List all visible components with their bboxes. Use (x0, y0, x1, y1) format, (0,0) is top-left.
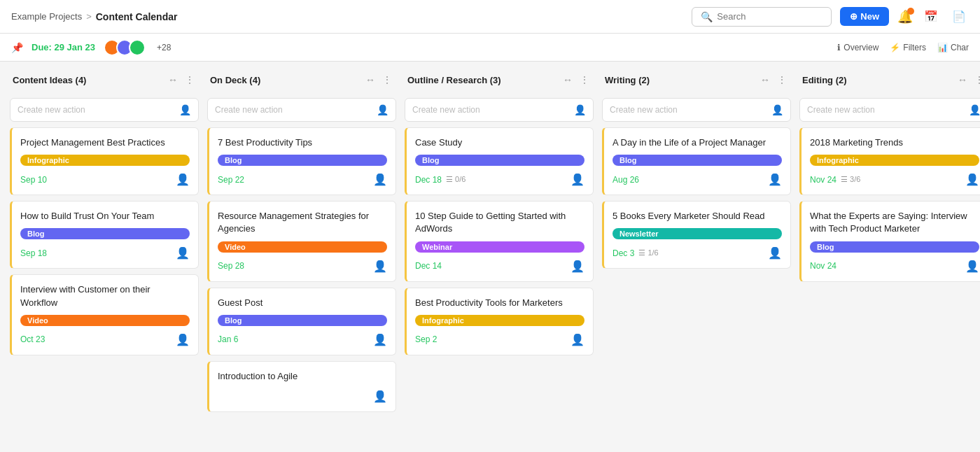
card-footer: Oct 23👤 (20, 333, 190, 346)
search-input[interactable] (717, 11, 815, 22)
card-title: A Day in the Life of a Project Manager (612, 136, 782, 149)
card-footer: Dec 3☰ 1/6👤 (612, 246, 782, 260)
card-assignee-icon[interactable]: 👤 (373, 333, 387, 346)
notification-badge (907, 8, 914, 15)
new-button[interactable]: ⊕ New (840, 7, 889, 26)
card-date: Aug 26 (612, 175, 639, 185)
card[interactable]: A Day in the Life of a Project ManagerBl… (602, 127, 791, 195)
card-assignee-icon[interactable]: 👤 (373, 390, 387, 403)
assign-icon: 👤 (377, 104, 388, 115)
breadcrumb-sep: > (86, 11, 92, 22)
more-icon[interactable]: ⋮ (578, 73, 591, 87)
card-tag[interactable]: Blog (810, 241, 979, 253)
card-assignee-icon[interactable]: 👤 (570, 333, 584, 346)
document-button[interactable]: 📄 (949, 7, 969, 26)
card-meta: Aug 26 (612, 175, 639, 185)
card-assignee-icon[interactable]: 👤 (965, 173, 979, 186)
resize-icon[interactable]: ↔ (364, 73, 377, 87)
resize-icon[interactable]: ↔ (956, 73, 969, 87)
notification-button[interactable]: 🔔 (897, 9, 913, 24)
assign-icon: 👤 (969, 104, 980, 115)
card-tag[interactable]: Blog (218, 155, 387, 166)
card-date: Sep 2 (415, 334, 437, 344)
card[interactable]: 10 Step Guide to Getting Started with Ad… (405, 201, 594, 281)
overview-button[interactable]: ℹ Overview (837, 43, 878, 52)
breadcrumb-parent[interactable]: Example Projects (11, 11, 82, 22)
card-tag[interactable]: Newsletter (612, 228, 782, 239)
create-action-label: Create new action (610, 105, 678, 115)
card[interactable]: Resource Management Strategies for Agenc… (207, 201, 396, 281)
create-action-input[interactable]: Create new action 👤 (799, 98, 980, 122)
card-tag[interactable]: Blog (218, 315, 387, 326)
card-meta: Sep 2 (415, 334, 437, 344)
card-assignee-icon[interactable]: 👤 (570, 173, 584, 186)
column-actions: ↔⋮ (364, 73, 393, 87)
card-tag[interactable]: Infographic (415, 315, 584, 326)
card-tag[interactable]: Webinar (415, 241, 584, 253)
card-tag[interactable]: Blog (612, 155, 782, 166)
card-tag[interactable]: Infographic (810, 155, 979, 166)
card[interactable]: Guest PostBlogJan 6👤 (207, 288, 396, 355)
card-assignee-icon[interactable]: 👤 (768, 173, 782, 186)
plus-icon: ⊕ (850, 11, 858, 22)
card-tag[interactable]: Blog (415, 155, 584, 166)
column-3: Writing (2)↔⋮ Create new action 👤 A Day … (602, 70, 791, 269)
resize-icon[interactable]: ↔ (561, 73, 574, 87)
card[interactable]: Best Productivity Tools for MarketersInf… (405, 288, 594, 355)
card-assignee-icon[interactable]: 👤 (373, 173, 387, 186)
more-icon[interactable]: ⋮ (776, 73, 788, 87)
resize-icon[interactable]: ↔ (167, 73, 179, 87)
calendar-button[interactable]: 📅 (921, 7, 941, 26)
card[interactable]: What the Experts are Saying: Interview w… (799, 201, 980, 281)
chart-button[interactable]: 📊 Char (937, 43, 969, 52)
card[interactable]: Interview with Customer on their Workflo… (10, 274, 199, 355)
assign-icon: 👤 (574, 104, 586, 115)
assign-icon: 👤 (771, 104, 783, 115)
card-footer: 👤 (218, 390, 387, 403)
card-date: Nov 24 (810, 175, 836, 185)
card-assignee-icon[interactable]: 👤 (570, 260, 584, 273)
card-assignee-icon[interactable]: 👤 (768, 246, 782, 260)
card-tag[interactable]: Blog (20, 228, 190, 239)
more-icon[interactable]: ⋮ (973, 73, 980, 87)
card-title: Project Management Best Practices (20, 136, 190, 149)
card-date: Dec 3 (612, 248, 634, 258)
column-actions: ↔⋮ (561, 73, 591, 87)
create-action-input[interactable]: Create new action 👤 (10, 98, 199, 122)
card-checklist: ☰ 0/6 (446, 175, 465, 184)
card[interactable]: 2018 Marketing TrendsInfographicNov 24☰ … (799, 127, 980, 195)
column-0: Content Ideas (4)↔⋮ Create new action 👤 … (10, 70, 199, 355)
card-assignee-icon[interactable]: 👤 (176, 333, 190, 346)
card-footer: Sep 22👤 (218, 173, 387, 186)
card[interactable]: Project Management Best PracticesInfogra… (10, 127, 199, 195)
card-date: Jan 6 (218, 334, 238, 344)
card[interactable]: 5 Books Every Marketer Should ReadNewsle… (602, 201, 791, 269)
card[interactable]: Introduction to Agile👤 (207, 361, 396, 412)
sub-header-left: 📌 Due: 29 Jan 23 +28 (11, 39, 171, 56)
new-label: New (860, 11, 879, 22)
search-box[interactable]: 🔍 (692, 7, 832, 27)
more-icon[interactable]: ⋮ (183, 73, 196, 87)
column-title: Outline / Research (3) (407, 75, 501, 85)
column-header-4: Editing (2)↔⋮ (799, 70, 980, 92)
card-tag[interactable]: Video (218, 241, 387, 253)
card-assignee-icon[interactable]: 👤 (965, 260, 979, 273)
card[interactable]: 7 Best Productivity TipsBlogSep 22👤 (207, 127, 396, 195)
create-action-input[interactable]: Create new action 👤 (405, 98, 594, 122)
card-meta: Dec 14 (415, 261, 442, 271)
card-assignee-icon[interactable]: 👤 (176, 246, 190, 260)
card[interactable]: How to Build Trust On Your TeamBlogSep 1… (10, 201, 199, 269)
card-tag[interactable]: Infographic (20, 155, 190, 166)
card-title: 7 Best Productivity Tips (218, 136, 387, 149)
create-action-input[interactable]: Create new action 👤 (207, 98, 396, 122)
card-tag[interactable]: Video (20, 315, 190, 326)
chart-label: Char (951, 43, 969, 52)
card[interactable]: Case StudyBlogDec 18☰ 0/6👤 (405, 127, 594, 195)
filters-button[interactable]: ⚡ Filters (890, 43, 926, 52)
create-action-input[interactable]: Create new action 👤 (602, 98, 791, 122)
resize-icon[interactable]: ↔ (759, 73, 771, 87)
card-date: Oct 23 (20, 334, 45, 344)
card-assignee-icon[interactable]: 👤 (373, 260, 387, 273)
card-assignee-icon[interactable]: 👤 (176, 173, 190, 186)
more-icon[interactable]: ⋮ (381, 73, 393, 87)
